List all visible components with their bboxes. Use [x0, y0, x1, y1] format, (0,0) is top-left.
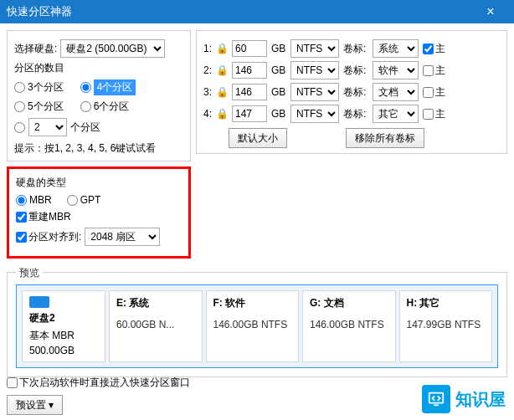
primary-checkbox[interactable]: 主	[423, 64, 445, 78]
preview-partition[interactable]: H: 其它147.99GB NTFS	[399, 290, 493, 362]
svg-rect-0	[429, 393, 444, 403]
rebuild-mbr-checkbox[interactable]: 重建MBR	[16, 210, 71, 224]
size-input[interactable]	[232, 62, 267, 79]
volume-select[interactable]: 文档	[373, 83, 419, 101]
lock-icon[interactable]: 🔒	[216, 64, 228, 76]
disk-settings-group: 选择硬盘: 硬盘2 (500.00GB) 分区的数目 3个分区 4个分区 5个分…	[7, 30, 191, 161]
window-title: 快速分区神器	[7, 4, 72, 19]
tip-text: 提示：按1, 2, 3, 4, 5, 6键试试看	[14, 141, 183, 156]
align-select[interactable]: 2048 扇区	[85, 228, 160, 246]
volume-label: 卷标:	[343, 85, 368, 100]
preview-disk: 硬盘2基本 MBR500.00GB	[22, 290, 105, 362]
size-input[interactable]	[232, 40, 267, 57]
primary-checkbox[interactable]: 主	[423, 85, 445, 100]
hdd-icon	[29, 296, 49, 308]
disk-select[interactable]: 硬盘2 (500.00GB)	[60, 39, 165, 58]
volume-select[interactable]: 其它	[373, 105, 419, 123]
count-label: 分区的数目	[14, 61, 64, 75]
fs-select[interactable]: NTFS	[290, 61, 339, 79]
radio-4[interactable]: 4个分区	[80, 79, 136, 95]
partition-number: 3:	[200, 86, 212, 98]
partition-number: 4:	[200, 108, 212, 120]
radio-5[interactable]: 5个分区	[14, 100, 64, 114]
volume-select[interactable]: 系统	[373, 39, 419, 58]
size-input[interactable]	[232, 105, 267, 122]
gb-label: GB	[271, 43, 286, 54]
gb-label: GB	[271, 64, 286, 76]
lock-icon[interactable]: 🔒	[216, 108, 228, 120]
volume-select[interactable]: 软件	[373, 61, 419, 79]
partition-number: 1:	[200, 43, 212, 54]
startup-checkbox[interactable]: 下次启动软件时直接进入快速分区窗口	[7, 376, 190, 390]
partition-grid: 1:🔒GBNTFS卷标:系统主2:🔒GBNTFS卷标:软件主3:🔒GBNTFS卷…	[196, 30, 507, 154]
titlebar: 快速分区神器 ×	[0, 0, 514, 23]
preview-legend: 预览	[16, 266, 43, 280]
custom-suffix: 个分区	[70, 120, 100, 135]
preview-group: 预览 硬盘2基本 MBR500.00GBE: 系统60.00GB N...F: …	[7, 272, 507, 377]
preview-partition[interactable]: G: 文档146.00GB NTFS	[302, 290, 396, 362]
gb-label: GB	[271, 108, 286, 120]
brand-logo: 知识屋	[422, 385, 506, 413]
logo-text: 知识屋	[455, 388, 506, 411]
fs-select[interactable]: NTFS	[290, 39, 339, 58]
align-checkbox[interactable]: 分区对齐到:	[16, 230, 81, 244]
volume-label: 卷标:	[343, 42, 368, 56]
radio-3[interactable]: 3个分区	[14, 79, 64, 95]
disk-label: 选择硬盘:	[14, 42, 57, 56]
primary-checkbox[interactable]: 主	[423, 42, 445, 56]
svg-rect-1	[434, 404, 439, 406]
logo-icon	[422, 385, 450, 413]
preview-partition[interactable]: E: 系统60.00GB N...	[109, 290, 203, 362]
lock-icon[interactable]: 🔒	[216, 43, 228, 54]
radio-mbr[interactable]: MBR	[16, 194, 52, 206]
preset-button[interactable]: 预设置 ▾	[7, 395, 63, 415]
partition-row: 2:🔒GBNTFS卷标:软件主	[200, 61, 503, 79]
partition-number: 2:	[200, 64, 212, 76]
custom-count-select[interactable]: 2	[28, 118, 67, 136]
clear-labels-button[interactable]: 移除所有卷标	[346, 128, 424, 148]
gb-label: GB	[271, 86, 286, 98]
primary-checkbox[interactable]: 主	[423, 107, 445, 121]
disk-type-group: 硬盘的类型 MBR GPT 重建MBR 分区对齐到: 2048 扇区	[7, 166, 191, 259]
disk-type-header: 硬盘的类型	[16, 176, 182, 190]
default-size-button[interactable]: 默认大小	[229, 128, 287, 148]
preview-partition[interactable]: F: 软件146.00GB NTFS	[206, 290, 300, 362]
partition-row: 3:🔒GBNTFS卷标:文档主	[200, 83, 503, 101]
volume-label: 卷标:	[343, 64, 368, 78]
fs-select[interactable]: NTFS	[290, 83, 339, 101]
radio-custom[interactable]	[14, 122, 25, 133]
volume-label: 卷标:	[343, 107, 368, 121]
fs-select[interactable]: NTFS	[290, 105, 339, 123]
radio-6[interactable]: 6个分区	[80, 100, 130, 114]
lock-icon[interactable]: 🔒	[216, 86, 228, 98]
size-input[interactable]	[232, 84, 267, 100]
partition-row: 1:🔒GBNTFS卷标:系统主	[200, 39, 503, 58]
close-icon[interactable]: ×	[474, 0, 507, 23]
partition-row: 4:🔒GBNTFS卷标:其它主	[200, 105, 503, 123]
radio-gpt[interactable]: GPT	[67, 194, 101, 206]
